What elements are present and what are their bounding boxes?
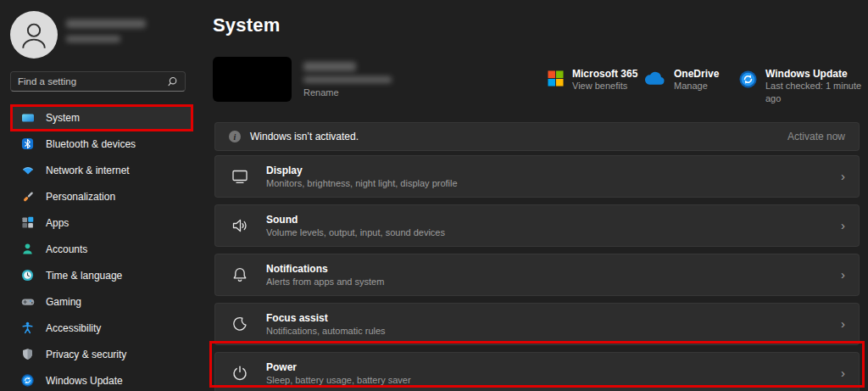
settings-row-power[interactable]: Power Sleep, battery usage, battery save… [214,352,860,391]
sidebar-item-label: System [46,112,80,124]
row-subtitle: Volume levels, output, input, sound devi… [266,226,841,238]
row-title: Notifications [266,263,841,276]
sidebar-item-label: Windows Update [46,375,123,387]
settings-row-notifications[interactable]: Notifications Alerts from apps and syste… [214,254,860,296]
bluetooth-icon [20,137,35,151]
activate-now-link[interactable]: Activate now [787,131,845,142]
sidebar-item-bluetooth[interactable]: Bluetooth & devices [10,131,193,157]
row-title: Display [266,165,841,177]
search-input[interactable] [18,76,167,87]
main-content: System Rename Microsoft 365 View benefit… [203,0,868,391]
chevron-right-icon[interactable]: › [841,366,845,381]
sidebar-item-label: Privacy & security [46,349,126,360]
quicklink-title: Windows Update [765,68,868,80]
chevron-right-icon[interactable]: › [841,317,845,332]
gaming-icon [20,294,35,309]
activation-message: Windows isn’t activated. [250,131,778,142]
sidebar-item-windows-update[interactable]: Windows Update [10,367,193,391]
manage-link[interactable]: Manage [674,80,719,92]
network-icon [20,163,35,177]
row-title: Power [266,361,841,374]
sidebar-item-privacy[interactable]: Privacy & security [10,341,193,367]
row-title: Sound [266,214,841,226]
onedrive-icon [643,70,665,89]
settings-sidebar: System Bluetooth & devices Network & int… [0,0,203,391]
rename-link[interactable]: Rename [303,87,339,98]
redacted-device-model [303,76,392,83]
settings-row-sound[interactable]: Sound Volume levels, output, input, soun… [214,204,860,247]
settings-rows: Display Monitors, brightness, night ligh… [214,155,860,391]
sidebar-item-network[interactable]: Network & internet [10,157,193,183]
sidebar-item-time-language[interactable]: Time & language [10,262,193,288]
row-subtitle: Alerts from apps and system [266,276,841,288]
sidebar-item-label: Network & internet [46,165,130,176]
chevron-right-icon[interactable]: › [841,219,845,233]
sidebar-item-accounts[interactable]: Accounts [10,236,193,262]
windows-update-icon [20,373,35,388]
windows-update-icon [739,70,757,92]
quicklink-title: OneDrive [674,68,719,80]
time-language-icon [20,268,35,282]
sidebar-item-label: Apps [46,217,69,229]
redacted-device-name [303,62,356,71]
activation-banner: i Windows isn’t activated. Activate now [214,122,860,151]
row-subtitle: Notifications, automatic rules [266,325,841,337]
info-icon: i [229,131,241,142]
privacy-shield-icon [20,347,35,361]
sidebar-item-label: Gaming [46,296,81,308]
sidebar-nav: System Bluetooth & devices Network & int… [10,104,193,391]
settings-row-display[interactable]: Display Monitors, brightness, night ligh… [214,155,860,198]
view-benefits-link[interactable]: View benefits [572,80,637,92]
apps-icon [20,215,35,230]
power-icon [229,364,251,383]
redacted-profile-subtitle [66,36,120,42]
device-thumbnail-redacted [213,57,292,102]
chevron-right-icon[interactable]: › [841,268,845,282]
page-title: System [213,14,280,36]
display-icon [229,167,251,186]
sidebar-item-personalization[interactable]: Personalization [10,183,193,209]
quicklink-windows-update: Windows Update Last checked: 1 minute ag… [739,68,868,105]
sidebar-item-accessibility[interactable]: Accessibility [10,315,193,341]
sidebar-item-label: Time & language [46,270,122,282]
search-icon [167,76,178,87]
sidebar-item-gaming[interactable]: Gaming [10,288,193,315]
redacted-profile-name [66,20,146,28]
row-subtitle: Monitors, brightness, night light, displ… [266,177,841,189]
focus-assist-icon [229,315,251,333]
sidebar-item-label: Accessibility [46,322,101,334]
sidebar-item-label: Accounts [46,243,87,255]
accounts-icon [20,242,35,256]
sidebar-item-label: Personalization [46,191,115,203]
accessibility-icon [20,321,35,335]
search-box[interactable] [10,71,186,92]
notifications-icon [229,265,251,284]
quicklink-onedrive: OneDrive Manage [643,68,719,92]
sidebar-item-label: Bluetooth & devices [46,138,136,150]
person-icon [16,17,52,53]
row-subtitle: Sleep, battery usage, battery saver [266,374,841,386]
quicklink-microsoft-365: Microsoft 365 View benefits [548,68,637,92]
sidebar-item-apps[interactable]: Apps [10,209,193,236]
row-title: Focus assist [266,312,841,325]
system-icon [20,110,35,125]
sidebar-item-system[interactable]: System [10,104,193,131]
quicklink-title: Microsoft 365 [572,68,637,80]
chevron-right-icon[interactable]: › [841,170,845,184]
avatar [10,11,58,59]
microsoft-365-icon [548,70,564,90]
sound-icon [229,216,251,235]
settings-row-focus-assist[interactable]: Focus assist Notifications, automatic ru… [214,303,860,345]
personalization-icon [20,189,35,204]
last-checked-status: Last checked: 1 minute ago [765,80,868,105]
